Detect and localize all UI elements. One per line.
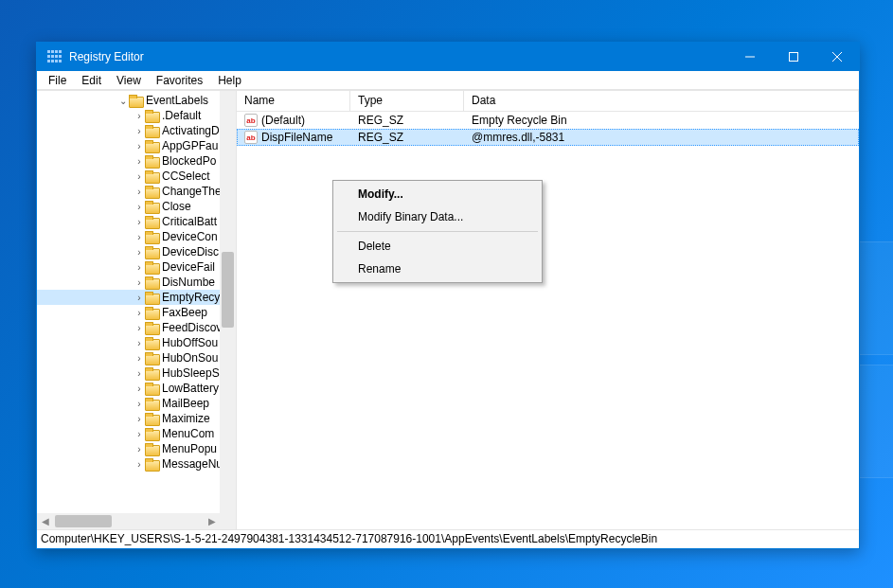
tree-item-label: CCSelect bbox=[162, 169, 210, 183]
tree-item[interactable]: ›BlockedPo bbox=[37, 153, 236, 169]
svg-rect-1 bbox=[790, 53, 798, 62]
expand-icon[interactable]: › bbox=[134, 353, 145, 364]
tree-item[interactable]: ›DeviceDisc bbox=[37, 244, 236, 259]
maximize-button[interactable] bbox=[772, 43, 815, 71]
tree-item[interactable]: ›FeedDiscov bbox=[37, 320, 236, 335]
context-menu-delete[interactable]: Delete bbox=[335, 235, 540, 258]
expand-icon[interactable]: › bbox=[134, 308, 145, 318]
tree-item-label: MailBeep bbox=[162, 397, 209, 410]
expand-icon[interactable]: › bbox=[134, 232, 145, 242]
reg-sz-icon: ab bbox=[244, 114, 258, 127]
expand-icon[interactable]: › bbox=[134, 262, 145, 273]
expand-icon[interactable]: › bbox=[134, 444, 145, 454]
expand-icon[interactable]: › bbox=[134, 414, 145, 424]
menu-file[interactable]: File bbox=[41, 72, 74, 89]
menu-view[interactable]: View bbox=[109, 72, 149, 89]
tree-item[interactable]: ›MenuPopu bbox=[37, 441, 236, 456]
status-bar: Computer\HKEY_USERS\S-1-5-21-2497904381-… bbox=[37, 529, 859, 548]
tree-item-label: HubOnSou bbox=[162, 351, 218, 365]
tree-item[interactable]: ›Maximize bbox=[37, 411, 236, 426]
minimize-button[interactable] bbox=[728, 43, 772, 71]
expand-icon[interactable]: › bbox=[134, 277, 145, 288]
tree-item[interactable]: ›.Default bbox=[37, 108, 236, 123]
collapse-icon[interactable]: ⌄ bbox=[117, 96, 129, 106]
tree-item[interactable]: ›MenuCom bbox=[37, 426, 236, 441]
expand-icon[interactable]: › bbox=[134, 247, 145, 258]
menu-help[interactable]: Help bbox=[210, 72, 249, 89]
expand-icon[interactable]: › bbox=[134, 383, 145, 394]
tree-item[interactable]: ›DisNumbe bbox=[37, 275, 236, 290]
values-list-pane: Name Type Data ab(Default)REG_SZEmpty Re… bbox=[237, 91, 859, 529]
context-menu: Modify... Modify Binary Data... Delete R… bbox=[332, 180, 543, 283]
folder-icon bbox=[145, 352, 158, 364]
tree-item-parent[interactable]: ⌄EventLabels bbox=[37, 93, 236, 108]
tree-item[interactable]: ›CCSelect bbox=[37, 169, 236, 184]
expand-icon[interactable]: › bbox=[134, 111, 145, 121]
tree-horizontal-scrollbar[interactable]: ◀ ▶ bbox=[37, 513, 220, 529]
tree-item-label: HubSleepS bbox=[162, 366, 220, 380]
titlebar[interactable]: Registry Editor bbox=[37, 43, 859, 71]
context-menu-rename[interactable]: Rename bbox=[335, 258, 540, 280]
tree-item-label: BlockedPo bbox=[162, 154, 216, 168]
tree-item[interactable]: ›Close bbox=[37, 199, 236, 214]
tree-item-label: DeviceDisc bbox=[162, 245, 219, 258]
tree-item[interactable]: ›DeviceCon bbox=[37, 229, 236, 244]
tree-item[interactable]: ›ActivatingD bbox=[37, 123, 236, 138]
folder-icon bbox=[145, 413, 158, 424]
column-header-name[interactable]: Name bbox=[237, 91, 350, 111]
expand-icon[interactable]: › bbox=[134, 459, 145, 470]
tree-vertical-scrollbar[interactable] bbox=[220, 91, 236, 513]
tree-pane: ⌄EventLabels›.Default›ActivatingD›AppGPF… bbox=[37, 91, 237, 529]
list-row[interactable]: ab(Default)REG_SZEmpty Recycle Bin bbox=[237, 112, 859, 129]
tree-item[interactable]: ›AppGPFau bbox=[37, 138, 236, 153]
expand-icon[interactable]: › bbox=[134, 293, 145, 303]
tree-item[interactable]: ›MessageNu bbox=[37, 456, 236, 472]
menubar: File Edit View Favorites Help bbox=[37, 71, 859, 90]
context-menu-modify[interactable]: Modify... bbox=[335, 183, 540, 205]
column-header-type[interactable]: Type bbox=[350, 91, 464, 111]
context-menu-modify-binary[interactable]: Modify Binary Data... bbox=[335, 205, 540, 228]
close-button[interactable] bbox=[815, 43, 859, 71]
expand-icon[interactable]: › bbox=[134, 217, 145, 227]
tree-item-label: EventLabels bbox=[146, 94, 208, 107]
tree-item[interactable]: ›LowBattery bbox=[37, 381, 236, 396]
menu-edit[interactable]: Edit bbox=[74, 72, 109, 89]
tree-item[interactable]: ›HubOnSou bbox=[37, 350, 236, 365]
tree-item[interactable]: ›EmptyRecy bbox=[37, 290, 236, 305]
tree-item[interactable]: ›DeviceFail bbox=[37, 259, 236, 275]
reg-sz-icon: ab bbox=[244, 131, 258, 144]
cell-type: REG_SZ bbox=[350, 131, 464, 144]
context-menu-separator bbox=[337, 231, 538, 232]
tree-item[interactable]: ›FaxBeep bbox=[37, 305, 236, 320]
expand-icon[interactable]: › bbox=[134, 187, 145, 197]
expand-icon[interactable]: › bbox=[134, 399, 145, 409]
folder-icon bbox=[145, 261, 158, 273]
expand-icon[interactable]: › bbox=[134, 429, 145, 439]
tree-item[interactable]: ›HubSleepS bbox=[37, 365, 236, 381]
column-header-data[interactable]: Data bbox=[464, 91, 859, 111]
tree-item[interactable]: ›MailBeep bbox=[37, 396, 236, 411]
values-list[interactable]: ab(Default)REG_SZEmpty Recycle BinabDisp… bbox=[237, 112, 859, 146]
tree-item[interactable]: ›CriticalBatt bbox=[37, 214, 236, 229]
tree-item-label: Maximize bbox=[162, 412, 210, 425]
menu-favorites[interactable]: Favorites bbox=[149, 72, 210, 89]
folder-icon bbox=[145, 337, 158, 348]
tree-item-label: HubOffSou bbox=[162, 336, 218, 349]
expand-icon[interactable]: › bbox=[134, 368, 145, 379]
tree-item[interactable]: ›HubOffSou bbox=[37, 335, 236, 350]
expand-icon[interactable]: › bbox=[134, 156, 145, 167]
tree-item-label: ChangeThe bbox=[162, 185, 222, 198]
folder-icon bbox=[145, 110, 158, 121]
expand-icon[interactable]: › bbox=[134, 338, 145, 348]
tree-item-label: EmptyRecy bbox=[162, 291, 220, 304]
list-header: Name Type Data bbox=[237, 91, 859, 112]
folder-icon bbox=[145, 367, 158, 379]
expand-icon[interactable]: › bbox=[134, 126, 145, 136]
expand-icon[interactable]: › bbox=[134, 202, 145, 212]
expand-icon[interactable]: › bbox=[134, 171, 145, 182]
expand-icon[interactable]: › bbox=[134, 323, 145, 333]
tree-item[interactable]: ›ChangeThe bbox=[37, 184, 236, 199]
registry-tree[interactable]: ⌄EventLabels›.Default›ActivatingD›AppGPF… bbox=[37, 91, 236, 472]
expand-icon[interactable]: › bbox=[134, 141, 145, 151]
list-row[interactable]: abDispFileNameREG_SZ@mmres.dll,-5831 bbox=[237, 129, 859, 146]
